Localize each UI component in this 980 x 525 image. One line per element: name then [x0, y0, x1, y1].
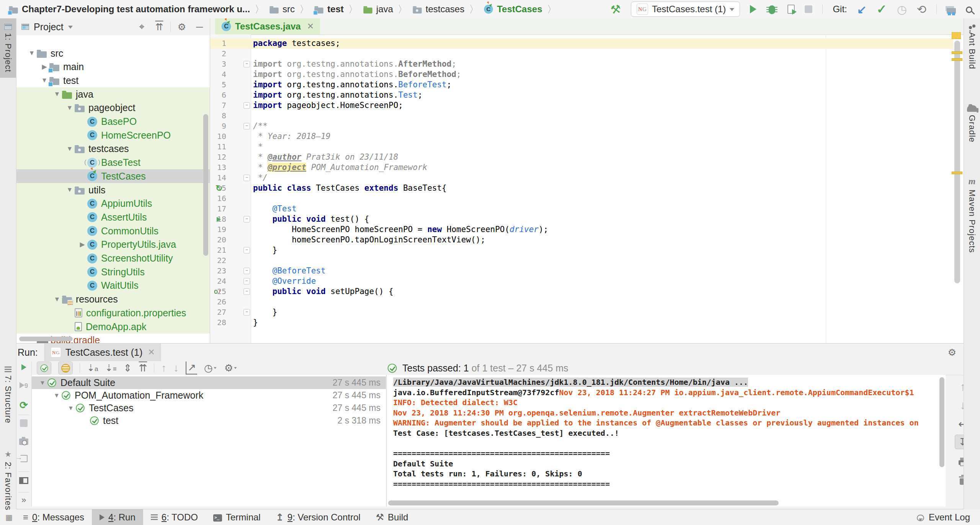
code-line-28[interactable]: 28}	[210, 317, 953, 328]
export-test-results-button[interactable]: ↗	[186, 361, 197, 375]
git-history-button[interactable]: ◷	[897, 3, 907, 16]
project-tree-item-main[interactable]: ▶main	[16, 60, 210, 74]
sort-by-duration-button[interactable]: ⇣≡	[105, 363, 117, 373]
tree-chevron-down-icon[interactable]: ▼	[66, 405, 75, 412]
hide-panel-button[interactable]: ─	[193, 21, 206, 33]
run-button[interactable]	[750, 5, 756, 13]
code-line-17[interactable]: 17 @Test	[210, 204, 953, 214]
breadcrumb-item-testcases[interactable]: CTestCases	[483, 4, 542, 15]
next-failed-test-button[interactable]: ↓	[173, 362, 179, 374]
project-tree-item-testcases[interactable]: ▼testcases	[16, 142, 210, 156]
tool-window-button-gradle[interactable]: Gradle	[964, 98, 980, 148]
code-line-9[interactable]: 9−/**	[210, 121, 953, 131]
git-update-button[interactable]: ↙	[857, 3, 867, 16]
fold-marker-icon[interactable]: −	[243, 288, 250, 295]
project-tree-item-waitutils[interactable]: CWaitUtils	[16, 279, 210, 293]
gutter-override-icon[interactable]: o↑	[214, 288, 221, 296]
debug-button[interactable]	[769, 5, 775, 14]
hidden-toolbar-buttons[interactable]: »	[16, 495, 31, 505]
gear-icon[interactable]: ⚙	[224, 362, 238, 374]
code-line-11[interactable]: 11 *	[210, 142, 953, 152]
fold-marker-icon[interactable]: −	[243, 102, 250, 109]
code-line-7[interactable]: 7−import pageobject.HomeScreenPO;	[210, 100, 953, 111]
gutter-run-class-icon[interactable]: ↻	[216, 183, 222, 193]
previous-failed-test-button[interactable]: ↑	[161, 362, 167, 374]
code-line-18[interactable]: 18− public void test() {	[210, 214, 953, 224]
tree-chevron-down-icon[interactable]: ▼	[52, 90, 62, 98]
tool-window-button-maven-projects[interactable]: mMaven Projects	[964, 171, 980, 258]
code-line-19[interactable]: 19 HomeScreenPO homeScreenPO = new HomeS…	[210, 224, 953, 235]
fold-marker-icon[interactable]: −	[243, 309, 250, 316]
tool-window-button--structure[interactable]: 7: Structure	[0, 361, 16, 429]
dump-threads-button[interactable]	[16, 436, 31, 445]
tree-chevron-down-icon[interactable]: ▼	[52, 392, 61, 399]
code-line-20[interactable]: 20 homeScreenPO.tapOnLoginScreenTextView…	[210, 235, 953, 245]
tool-window-button--project[interactable]: 1: Project	[0, 18, 16, 78]
project-tree-item-configuration-properties[interactable]: configuration.properties	[16, 306, 210, 320]
code-line-1[interactable]: 1package testcases;	[210, 38, 953, 49]
gear-icon[interactable]: ⚙	[175, 21, 188, 33]
event-log-button[interactable]: Event Log	[917, 512, 980, 523]
code-line-5[interactable]: 5import org.testng.annotations.BeforeTes…	[210, 80, 953, 90]
fold-marker-icon[interactable]: −	[243, 247, 250, 254]
rerun-button[interactable]	[16, 364, 31, 370]
locate-file-button[interactable]: ⌖	[135, 21, 148, 33]
fold-marker-icon[interactable]: −	[243, 278, 250, 285]
project-tree-item-stringutils[interactable]: CStringUtils	[16, 265, 210, 279]
statusbar-item-messages[interactable]: ≡0: Messages	[15, 509, 92, 525]
recent-changes-button[interactable]	[947, 8, 956, 14]
tree-chevron-down-icon[interactable]: ▼	[27, 49, 37, 57]
code-line-23[interactable]: 23− @BeforeTest	[210, 266, 953, 276]
stop-button[interactable]	[805, 5, 812, 13]
statusbar-item-terminal[interactable]: Terminal	[206, 509, 268, 525]
project-tree-item-assertutils[interactable]: CAssertUtils	[16, 210, 210, 224]
statusbar-item-build[interactable]: ⚒Build	[368, 509, 416, 525]
run-configuration-select[interactable]: NG TestCases.test (1)	[631, 2, 740, 17]
editor-vertical-scrollbar[interactable]	[954, 41, 960, 283]
fold-marker-icon[interactable]: −	[243, 61, 250, 67]
code-line-22[interactable]: 22	[210, 255, 953, 266]
chevron-down-icon[interactable]	[68, 26, 73, 31]
code-line-3[interactable]: 3−import org.testng.annotations.AfterMet…	[210, 59, 953, 69]
code-line-2[interactable]: 2	[210, 49, 953, 59]
code-line-6[interactable]: 6import org.testng.annotations.Test;	[210, 90, 953, 100]
run-tab-testcases[interactable]: NG TestCases.test (1) ✕	[44, 343, 161, 361]
code-line-14[interactable]: 14− */	[210, 173, 953, 183]
build-project-button[interactable]: ⚒	[610, 2, 622, 16]
expand-all-button[interactable]: ⇕	[124, 362, 132, 374]
project-tree-item-src[interactable]: ▼src	[16, 46, 210, 60]
show-ignored-toggle[interactable]	[58, 361, 73, 375]
breadcrumb-item-src[interactable]: src	[269, 4, 295, 15]
test-tree-item-pom-automation-framework[interactable]: ▼POM_Automation_Framework27 s 445 ms	[32, 389, 386, 402]
project-tree-item-appiumutils[interactable]: CAppiumUtils	[16, 197, 210, 211]
search-everywhere-button[interactable]	[966, 7, 972, 13]
statusbar-item-todo[interactable]: 6: TODO	[143, 509, 206, 525]
code-line-25[interactable]: 25−o↑ public void setUpPage() {	[210, 286, 953, 297]
code-line-26[interactable]: 26	[210, 297, 953, 307]
code-line-4[interactable]: 4import org.testng.annotations.BeforeMet…	[210, 69, 953, 80]
console-output[interactable]: /Library/Java/JavaVirtualMachines/jdk1.8…	[386, 375, 946, 507]
toggle-auto-test-button[interactable]: ⟳	[16, 399, 31, 411]
tree-chevron-down-icon[interactable]: ▼	[38, 379, 47, 386]
project-tree-item-pageobject[interactable]: ▼pageobject	[16, 101, 210, 115]
run-with-coverage-button[interactable]	[787, 5, 795, 14]
collapse-all-button[interactable]: ⇈	[139, 362, 147, 374]
code-line-8[interactable]: 8	[210, 111, 953, 121]
code-line-12[interactable]: 12 * @author Prat3ik on 23/11/18	[210, 152, 953, 162]
project-panel-title[interactable]: Project	[34, 21, 64, 33]
project-horizontal-scrollbar[interactable]	[19, 337, 73, 341]
code-line-13[interactable]: 13 * @project POM_Automation_Framework	[210, 162, 953, 173]
git-commit-button[interactable]: ✓	[877, 2, 887, 16]
inspection-status-indicator[interactable]	[952, 32, 961, 39]
collapse-all-button[interactable]: ⇈	[153, 21, 166, 33]
tree-chevron-down-icon[interactable]: ▼	[65, 104, 75, 112]
warning-stripe-mark[interactable]	[952, 172, 962, 174]
test-tree-item-testcases[interactable]: ▼TestCases27 s 445 ms	[32, 402, 386, 414]
console-horizontal-scrollbar[interactable]	[388, 500, 779, 505]
sort-alphabetically-button[interactable]: ⇣a	[87, 363, 98, 373]
gear-icon[interactable]: ⚙	[946, 347, 959, 358]
project-tree-item-commonutils[interactable]: CCommonUtils	[16, 224, 210, 238]
breadcrumb-item-testcases[interactable]: testcases	[412, 4, 464, 15]
statusbar-item-version-control[interactable]: ↥9: Version Control	[268, 509, 368, 525]
fold-marker-icon[interactable]: −	[243, 216, 250, 222]
